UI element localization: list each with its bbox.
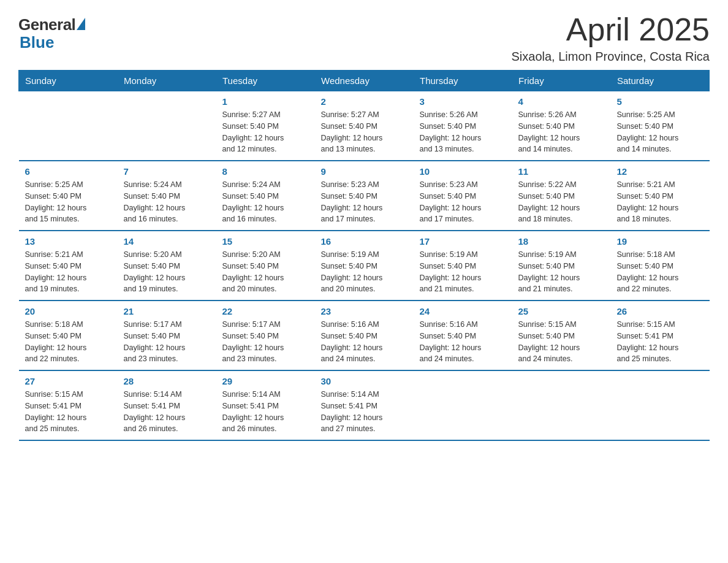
day-number: 17 [420,236,506,247]
page-header: General Blue April 2025 Sixaola, Limon P… [18,12,710,64]
calendar-day-cell: 10Sunrise: 5:23 AM Sunset: 5:40 PM Dayli… [414,161,512,231]
day-number: 5 [617,96,703,107]
calendar-day-cell: 17Sunrise: 5:19 AM Sunset: 5:40 PM Dayli… [414,231,512,301]
day-info: Sunrise: 5:14 AM Sunset: 5:41 PM Dayligh… [222,389,309,435]
month-title: April 2025 [512,12,710,47]
calendar-day-header: Sunday [19,71,118,91]
calendar-day-cell: 8Sunrise: 5:24 AM Sunset: 5:40 PM Daylig… [216,161,315,231]
day-info: Sunrise: 5:17 AM Sunset: 5:40 PM Dayligh… [222,319,309,365]
calendar-week-row: 1Sunrise: 5:27 AM Sunset: 5:40 PM Daylig… [19,91,710,161]
calendar-day-cell: 7Sunrise: 5:24 AM Sunset: 5:40 PM Daylig… [118,161,216,231]
day-number: 10 [420,166,506,177]
day-info: Sunrise: 5:18 AM Sunset: 5:40 PM Dayligh… [617,249,703,295]
day-info: Sunrise: 5:24 AM Sunset: 5:40 PM Dayligh… [124,179,210,225]
day-number: 3 [420,96,506,107]
calendar-day-cell: 22Sunrise: 5:17 AM Sunset: 5:40 PM Dayli… [216,301,315,370]
logo-blue-text: Blue [18,33,54,52]
day-number: 19 [617,236,703,247]
calendar-day-cell: 24Sunrise: 5:16 AM Sunset: 5:40 PM Dayli… [414,301,512,370]
calendar-day-cell: 16Sunrise: 5:19 AM Sunset: 5:40 PM Dayli… [315,231,414,301]
day-number: 12 [617,166,703,177]
day-number: 29 [222,376,309,386]
calendar-week-row: 13Sunrise: 5:21 AM Sunset: 5:40 PM Dayli… [19,231,710,301]
day-number: 30 [321,376,408,386]
day-number: 27 [25,376,112,386]
calendar-day-header: Monday [118,71,216,91]
day-info: Sunrise: 5:19 AM Sunset: 5:40 PM Dayligh… [518,249,605,295]
day-number: 23 [321,306,408,316]
calendar-week-row: 20Sunrise: 5:18 AM Sunset: 5:40 PM Dayli… [19,301,710,370]
day-number: 8 [222,166,309,177]
day-number: 25 [518,306,605,316]
logo-general-text: General [18,15,75,34]
day-number: 15 [222,236,309,247]
day-number: 16 [321,236,408,247]
day-number: 26 [617,306,703,316]
day-info: Sunrise: 5:24 AM Sunset: 5:40 PM Dayligh… [222,179,309,225]
calendar-day-cell: 26Sunrise: 5:15 AM Sunset: 5:41 PM Dayli… [611,301,710,370]
day-info: Sunrise: 5:19 AM Sunset: 5:40 PM Dayligh… [321,249,408,295]
calendar-day-cell: 29Sunrise: 5:14 AM Sunset: 5:41 PM Dayli… [216,370,315,440]
day-info: Sunrise: 5:23 AM Sunset: 5:40 PM Dayligh… [420,179,506,225]
day-info: Sunrise: 5:26 AM Sunset: 5:40 PM Dayligh… [518,109,605,155]
calendar-day-header: Saturday [611,71,710,91]
calendar-day-header: Friday [512,71,611,91]
calendar-day-cell: 23Sunrise: 5:16 AM Sunset: 5:40 PM Dayli… [315,301,414,370]
calendar-day-cell: 4Sunrise: 5:26 AM Sunset: 5:40 PM Daylig… [512,91,611,161]
day-number: 13 [25,236,112,247]
day-info: Sunrise: 5:16 AM Sunset: 5:40 PM Dayligh… [321,319,408,365]
calendar-day-cell: 21Sunrise: 5:17 AM Sunset: 5:40 PM Dayli… [118,301,216,370]
calendar-week-row: 27Sunrise: 5:15 AM Sunset: 5:41 PM Dayli… [19,370,710,440]
calendar-day-cell: 6Sunrise: 5:25 AM Sunset: 5:40 PM Daylig… [19,161,118,231]
day-info: Sunrise: 5:14 AM Sunset: 5:41 PM Dayligh… [124,389,210,435]
calendar-day-cell [611,370,710,440]
day-number: 6 [25,166,112,177]
calendar-day-cell: 15Sunrise: 5:20 AM Sunset: 5:40 PM Dayli… [216,231,315,301]
day-info: Sunrise: 5:27 AM Sunset: 5:40 PM Dayligh… [222,109,309,155]
logo-triangle-icon [77,18,85,30]
day-info: Sunrise: 5:23 AM Sunset: 5:40 PM Dayligh… [321,179,408,225]
day-info: Sunrise: 5:14 AM Sunset: 5:41 PM Dayligh… [321,389,408,435]
day-info: Sunrise: 5:21 AM Sunset: 5:40 PM Dayligh… [617,179,703,225]
day-number: 28 [124,376,210,386]
calendar-day-cell: 9Sunrise: 5:23 AM Sunset: 5:40 PM Daylig… [315,161,414,231]
day-info: Sunrise: 5:15 AM Sunset: 5:41 PM Dayligh… [617,319,703,365]
calendar-day-cell: 30Sunrise: 5:14 AM Sunset: 5:41 PM Dayli… [315,370,414,440]
calendar-day-cell: 2Sunrise: 5:27 AM Sunset: 5:40 PM Daylig… [315,91,414,161]
calendar-header-row: SundayMondayTuesdayWednesdayThursdayFrid… [19,71,710,91]
day-info: Sunrise: 5:22 AM Sunset: 5:40 PM Dayligh… [518,179,605,225]
day-info: Sunrise: 5:27 AM Sunset: 5:40 PM Dayligh… [321,109,408,155]
calendar-day-cell [414,370,512,440]
calendar-day-cell: 20Sunrise: 5:18 AM Sunset: 5:40 PM Dayli… [19,301,118,370]
day-number: 4 [518,96,605,107]
calendar-day-cell: 19Sunrise: 5:18 AM Sunset: 5:40 PM Dayli… [611,231,710,301]
day-info: Sunrise: 5:15 AM Sunset: 5:41 PM Dayligh… [25,389,112,435]
logo: General Blue [18,12,85,52]
day-number: 14 [124,236,210,247]
calendar-day-cell: 11Sunrise: 5:22 AM Sunset: 5:40 PM Dayli… [512,161,611,231]
day-number: 20 [25,306,112,316]
title-area: April 2025 Sixaola, Limon Province, Cost… [512,12,710,64]
calendar-day-cell [118,91,216,161]
calendar-day-cell: 1Sunrise: 5:27 AM Sunset: 5:40 PM Daylig… [216,91,315,161]
day-info: Sunrise: 5:25 AM Sunset: 5:40 PM Dayligh… [617,109,703,155]
calendar-day-cell: 28Sunrise: 5:14 AM Sunset: 5:41 PM Dayli… [118,370,216,440]
calendar-week-row: 6Sunrise: 5:25 AM Sunset: 5:40 PM Daylig… [19,161,710,231]
calendar-day-header: Tuesday [216,71,315,91]
calendar-day-cell [19,91,118,161]
day-number: 2 [321,96,408,107]
calendar-day-cell: 13Sunrise: 5:21 AM Sunset: 5:40 PM Dayli… [19,231,118,301]
calendar-day-cell [512,370,611,440]
calendar-day-cell: 12Sunrise: 5:21 AM Sunset: 5:40 PM Dayli… [611,161,710,231]
day-info: Sunrise: 5:16 AM Sunset: 5:40 PM Dayligh… [420,319,506,365]
day-info: Sunrise: 5:17 AM Sunset: 5:40 PM Dayligh… [124,319,210,365]
day-info: Sunrise: 5:19 AM Sunset: 5:40 PM Dayligh… [420,249,506,295]
day-number: 11 [518,166,605,177]
calendar-day-cell: 14Sunrise: 5:20 AM Sunset: 5:40 PM Dayli… [118,231,216,301]
day-number: 21 [124,306,210,316]
day-number: 24 [420,306,506,316]
calendar-day-cell: 25Sunrise: 5:15 AM Sunset: 5:40 PM Dayli… [512,301,611,370]
calendar-day-cell: 27Sunrise: 5:15 AM Sunset: 5:41 PM Dayli… [19,370,118,440]
calendar-day-cell: 5Sunrise: 5:25 AM Sunset: 5:40 PM Daylig… [611,91,710,161]
day-number: 22 [222,306,309,316]
